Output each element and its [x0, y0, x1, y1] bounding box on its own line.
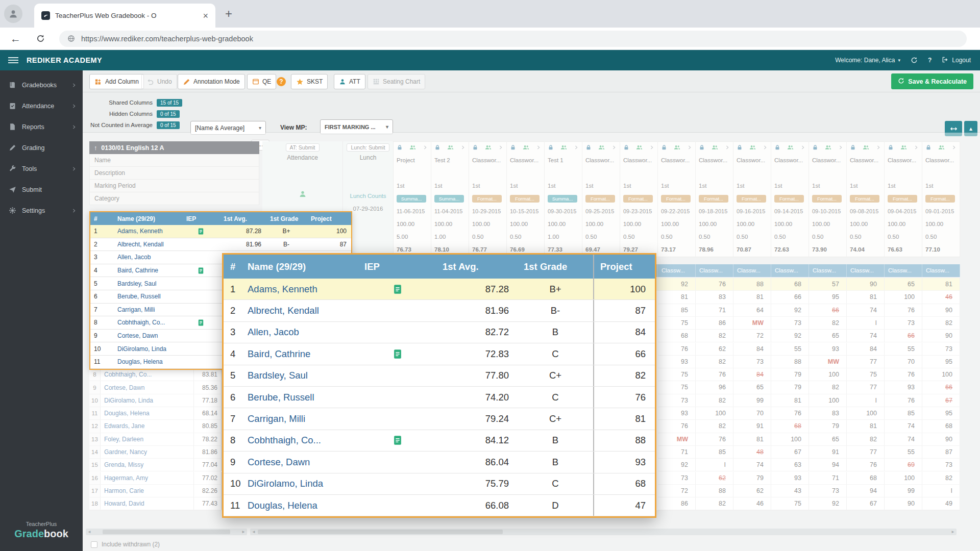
include-withdrawn-checkbox[interactable]	[91, 541, 97, 548]
score-cell[interactable]: 73	[658, 472, 696, 485]
tab-close-icon[interactable]: ×	[203, 11, 208, 20]
score-cell[interactable]: 100	[809, 394, 847, 407]
shared-icon[interactable]	[825, 144, 831, 152]
lock-icon[interactable]	[510, 144, 516, 152]
student-row[interactable]: 4Baird, Cathrine72.83C66	[224, 343, 655, 365]
score-cell[interactable]: 55	[885, 343, 922, 356]
score-cell[interactable]: 79	[733, 472, 771, 485]
student-row[interactable]: 11Douglas, Helena66.08D47	[224, 495, 655, 516]
score-cell[interactable]: 82	[809, 381, 847, 394]
scrollbar-thumb[interactable]	[103, 530, 230, 534]
lock-icon[interactable]	[434, 144, 440, 152]
student-row[interactable]: 5Bardsley, Saul77.80C+82	[224, 365, 655, 387]
score-cell[interactable]: 70	[733, 407, 771, 420]
score-cell[interactable]: 82	[696, 356, 733, 368]
student-row[interactable]: 17Harmon, Carie82.26	[89, 485, 222, 497]
score-cell[interactable]: 73	[885, 317, 922, 330]
score-cell[interactable]: 62	[696, 472, 733, 485]
score-cell[interactable]: 74	[885, 433, 922, 446]
expand-column-icon[interactable]	[763, 145, 768, 151]
score-cell[interactable]: 75	[771, 497, 809, 510]
student-row[interactable]: 15Grenda, Missy77.04	[89, 459, 222, 471]
sidebar-item-attendance[interactable]: Attendance	[0, 95, 83, 116]
shared-icon[interactable]	[749, 144, 756, 152]
score-cell[interactable]: 63	[771, 459, 809, 471]
logout-button[interactable]: Logout	[942, 56, 971, 65]
score-cell[interactable]: 70	[885, 356, 922, 368]
lock-icon[interactable]	[548, 144, 554, 152]
lock-icon[interactable]	[623, 144, 629, 152]
shared-icon[interactable]	[636, 144, 643, 152]
grid-hscrollbar[interactable]: ◄ ►	[250, 529, 957, 535]
score-cell[interactable]: 73	[733, 356, 771, 368]
score-cell[interactable]: 68	[771, 278, 809, 291]
score-cell[interactable]: 100	[696, 407, 733, 420]
assignment-column[interactable]: Test 11stSumma...09-30-2015100.001.0077.…	[545, 141, 582, 257]
assignment-column[interactable]: Classwor...1stFormat...09-01-2015100.000…	[922, 141, 960, 257]
score-cell[interactable]: 82	[696, 394, 733, 407]
expand-column-icon[interactable]	[423, 145, 428, 151]
score-cell[interactable]: 73	[771, 317, 809, 330]
student-row[interactable]: 7Carrigan, Milli79.24C+81	[224, 408, 655, 430]
score-cell[interactable]: 85	[696, 446, 733, 459]
score-cell[interactable]: 79	[809, 420, 847, 433]
add-column-button[interactable]: Add Column	[89, 74, 144, 89]
score-cell[interactable]: 93	[658, 356, 696, 368]
fit-columns-button[interactable]	[945, 121, 962, 136]
score-cell[interactable]: 100	[922, 368, 960, 381]
student-row[interactable]: 6Berube, Russell74.20C76	[224, 387, 655, 408]
shared-icon[interactable]	[938, 144, 945, 152]
lock-icon[interactable]	[925, 144, 932, 152]
score-cell[interactable]: 77	[847, 446, 885, 459]
score-cell[interactable]: 76	[885, 368, 922, 381]
score-cell[interactable]: 90	[922, 304, 960, 317]
score-cell[interactable]: MW	[733, 317, 771, 330]
sidebar-item-settings[interactable]: Settings	[0, 200, 83, 221]
scroll-right-icon[interactable]: ►	[951, 530, 955, 534]
score-cell[interactable]: 73	[658, 394, 696, 407]
student-row[interactable]: 9Cortese, Dawn86.04B93	[224, 452, 655, 473]
back-icon[interactable]: ←	[10, 33, 21, 45]
score-cell[interactable]: 92	[658, 278, 696, 291]
assignment-column[interactable]: Project1stSumma...11-06-2015100.005.0076…	[394, 141, 431, 257]
lock-icon[interactable]	[774, 144, 780, 152]
expand-column-icon[interactable]	[876, 145, 881, 151]
score-cell[interactable]: 68	[847, 472, 885, 485]
score-cell[interactable]: 73	[809, 485, 847, 497]
lock-icon[interactable]	[472, 144, 478, 152]
iep-header[interactable]: IEP	[358, 255, 436, 279]
sidebar-item-tools[interactable]: Tools	[0, 158, 83, 179]
score-cell[interactable]: 90	[922, 433, 960, 446]
score-cell[interactable]: 64	[733, 304, 771, 317]
sidebar-item-gradebooks[interactable]: Gradebooks	[0, 74, 83, 95]
score-cell[interactable]: 75	[658, 317, 696, 330]
score-cell[interactable]: 86	[658, 497, 696, 510]
score-cell[interactable]: 99	[733, 394, 771, 407]
scroll-right-icon[interactable]: ►	[241, 530, 246, 534]
student-row[interactable]: 12Edwards, Jane80.85	[89, 420, 222, 433]
score-cell[interactable]: 76	[771, 407, 809, 420]
score-cell[interactable]: 75	[658, 368, 696, 381]
score-cell[interactable]: 82	[696, 497, 733, 510]
save-recalculate-button[interactable]: Save & Recalculate	[891, 73, 973, 89]
name-header[interactable]: Name (29/29)	[116, 212, 182, 225]
student-row[interactable]: 1Adams, Kenneth87.28B+100	[224, 279, 655, 300]
avg-header[interactable]: 1st Avg.	[219, 212, 266, 225]
score-cell[interactable]: 83	[696, 291, 733, 304]
score-cell[interactable]: 99	[885, 485, 922, 497]
score-cell[interactable]: 76	[885, 304, 922, 317]
score-cell[interactable]: 77	[847, 356, 885, 368]
score-cell[interactable]: 68	[658, 330, 696, 342]
score-column-header[interactable]: Classw...	[809, 264, 847, 277]
score-cell[interactable]: 96	[696, 381, 733, 394]
score-cell[interactable]: 81	[922, 278, 960, 291]
shared-icon[interactable]	[523, 144, 529, 152]
assignment-column[interactable]: Classwor...1stFormat...09-08-2015100.000…	[847, 141, 885, 257]
expand-column-icon[interactable]	[800, 145, 805, 151]
score-cell[interactable]: 95	[922, 356, 960, 368]
project-score[interactable]: 87	[307, 238, 351, 251]
student-row[interactable]: 10DiGirolamo, Linda75.79C68	[224, 473, 655, 495]
expand-column-icon[interactable]	[611, 145, 617, 151]
score-cell[interactable]: 71	[658, 446, 696, 459]
score-cell[interactable]: MW	[658, 433, 696, 446]
